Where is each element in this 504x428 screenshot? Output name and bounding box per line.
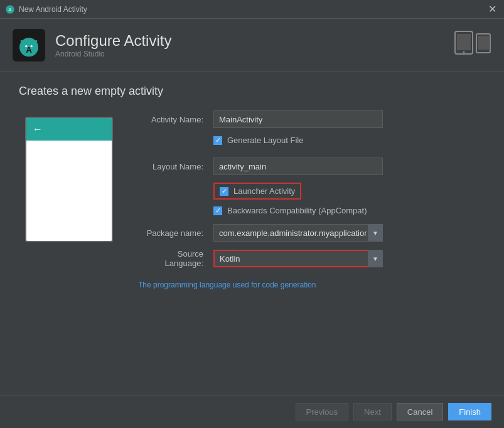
next-button[interactable]: Next: [353, 403, 392, 420]
source-language-select[interactable]: Kotlin Java: [213, 250, 383, 267]
status-after: used for code generation: [230, 281, 316, 289]
phone-mockup: ←: [25, 117, 113, 242]
activity-name-input[interactable]: [213, 110, 383, 128]
launcher-activity-highlighted: Launcher Activity: [213, 183, 301, 200]
svg-text:A: A: [8, 6, 12, 12]
layout-name-label: Layout Name:: [138, 162, 213, 171]
launcher-activity-label: Launcher Activity: [233, 186, 295, 196]
header-subtitle: Android Studio: [55, 50, 171, 58]
generate-layout-checkbox-row: Generate Layout File: [213, 136, 303, 145]
svg-point-8: [35, 40, 37, 42]
device-icon: [454, 30, 491, 60]
status-text: The programming language used for code g…: [138, 281, 485, 289]
phone-back-arrow: ←: [33, 124, 43, 135]
package-name-select[interactable]: com.example.administrator.myapplication: [213, 224, 383, 242]
window-title: New Android Activity: [19, 5, 486, 14]
main-content: Creates a new empty activity ← Activity …: [0, 72, 504, 395]
status-before: The: [138, 281, 153, 289]
content-area: ← Activity Name: Generate Layout File: [19, 110, 485, 289]
generate-layout-row: Generate Layout File: [138, 136, 485, 151]
source-language-label: Source Language:: [138, 249, 213, 268]
android-logo-svg: A: [16, 33, 41, 58]
phone-topbar: ←: [26, 118, 112, 141]
backwards-compat-checkbox-row: Backwards Compatibility (AppCompat): [213, 206, 367, 215]
device-icon-svg: [454, 30, 491, 55]
phone-preview: ←: [19, 117, 119, 289]
header-left: A Configure Activity Android Studio: [13, 29, 171, 62]
launcher-activity-checkbox[interactable]: [220, 187, 228, 196]
finish-button[interactable]: Finish: [448, 403, 491, 420]
status-highlighted: programming language: [153, 281, 230, 289]
previous-button[interactable]: Previous: [296, 403, 349, 420]
svg-rect-11: [457, 34, 471, 50]
title-bar: A New Android Activity ✕: [0, 0, 504, 19]
generate-layout-checkbox[interactable]: [213, 136, 222, 145]
package-name-row: Package name: com.example.administrator.…: [138, 224, 485, 242]
footer: Previous Next Cancel Finish: [0, 395, 504, 428]
layout-name-input[interactable]: [213, 158, 383, 175]
android-title-icon: A: [5, 4, 15, 14]
activity-name-label: Activity Name:: [138, 115, 213, 124]
header-titles: Configure Activity Android Studio: [55, 32, 171, 58]
form-area: Activity Name: Generate Layout File Layo…: [138, 110, 485, 289]
close-button[interactable]: ✕: [486, 3, 499, 15]
svg-text:A: A: [26, 45, 32, 55]
backwards-compat-row: Backwards Compatibility (AppCompat): [138, 206, 485, 215]
launcher-activity-row: Launcher Activity: [138, 183, 485, 200]
svg-point-12: [463, 51, 465, 53]
activity-name-row: Activity Name:: [138, 110, 485, 128]
android-logo: A: [13, 29, 45, 62]
backwards-compat-label: Backwards Compatibility (AppCompat): [227, 206, 367, 215]
svg-rect-14: [478, 36, 489, 50]
source-language-wrapper: Kotlin Java ▼: [213, 250, 383, 267]
cancel-button[interactable]: Cancel: [397, 403, 443, 420]
section-title: Creates a new empty activity: [19, 85, 485, 98]
generate-layout-label: Generate Layout File: [227, 136, 303, 145]
layout-name-row: Layout Name:: [138, 158, 485, 175]
header: A Configure Activity Android Studio: [0, 19, 504, 72]
package-name-label: Package name:: [138, 228, 213, 238]
phone-body: [26, 141, 112, 241]
package-name-wrapper: com.example.administrator.myapplication …: [213, 224, 383, 242]
backwards-compat-checkbox[interactable]: [213, 206, 222, 215]
source-language-row: Source Language: Kotlin Java ▼: [138, 249, 485, 268]
svg-point-7: [21, 40, 23, 42]
header-title: Configure Activity: [55, 32, 171, 50]
